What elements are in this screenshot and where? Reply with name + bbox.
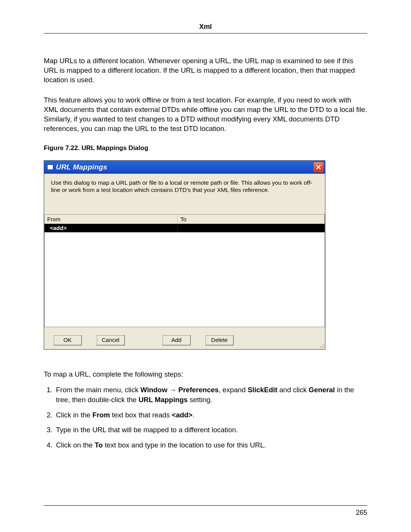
step-4: Click on the To text box and type in the… — [54, 440, 367, 450]
dialog-title: URL Mappings — [56, 163, 107, 171]
table-empty-area[interactable] — [45, 232, 325, 327]
close-icon — [316, 165, 321, 170]
table-row[interactable]: <add> — [45, 224, 325, 232]
intro-paragraph-2: This feature allows you to work offline … — [44, 96, 367, 134]
resize-grip[interactable] — [318, 342, 324, 348]
table-header-row: From To — [45, 215, 325, 224]
page-footer: 265 — [44, 505, 367, 517]
mappings-table[interactable]: From To <add> — [44, 214, 325, 327]
dialog-description: Use this dialog to map a URL path or fil… — [44, 174, 325, 214]
add-button[interactable]: Add — [162, 335, 191, 345]
page-number: 265 — [356, 509, 367, 517]
steps-list: From the main menu, click Window → Prefe… — [44, 385, 367, 450]
figure-caption: Figure 7.22. URL Mappings Dialog — [44, 144, 367, 152]
steps-lead: To map a URL, complete the following ste… — [44, 369, 367, 379]
step-1: From the main menu, click Window → Prefe… — [54, 385, 367, 404]
dialog-button-row: OK Cancel Add Delete — [44, 327, 325, 349]
url-mappings-dialog: URL Mappings Use this dialog to map a UR… — [44, 160, 325, 350]
column-header-to[interactable]: To — [178, 215, 325, 224]
step-3: Type in the URL that will be mapped to a… — [54, 425, 367, 435]
column-header-from[interactable]: From — [45, 215, 178, 224]
step-2: Click in the From text box that reads <a… — [54, 410, 367, 420]
ok-button[interactable]: OK — [53, 335, 82, 345]
close-button[interactable] — [313, 162, 324, 173]
page-header-title: Xml — [44, 23, 367, 34]
dialog-titlebar[interactable]: URL Mappings — [44, 161, 325, 174]
cell-from[interactable]: <add> — [45, 224, 178, 232]
window-icon — [47, 165, 53, 170]
intro-paragraph-1: Map URLs to a different location. Whenev… — [44, 56, 367, 85]
delete-button[interactable]: Delete — [205, 335, 234, 345]
cell-to[interactable] — [178, 224, 325, 232]
cancel-button[interactable]: Cancel — [96, 335, 125, 345]
